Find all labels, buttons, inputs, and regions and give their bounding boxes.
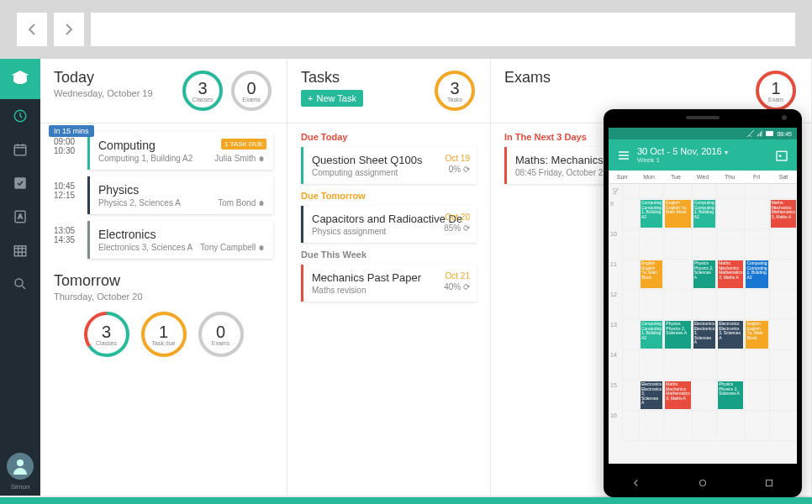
phone-class-block[interactable]: Maths: Mechanics Mathematics 3, Maths A xyxy=(665,381,690,409)
phone-class-block[interactable]: Computing Computing 1, Building A2 xyxy=(693,200,715,228)
android-home-icon[interactable] xyxy=(697,477,709,489)
new-task-button[interactable]: +New Task xyxy=(301,90,363,107)
phone-device: 08:45 30 Oct - 5 Nov, 2016 ▾ Week 1 SunM… xyxy=(604,109,802,497)
class-times: 09:0010:30 xyxy=(54,132,87,170)
tasks-title: Tasks xyxy=(301,69,424,87)
phone-class-block[interactable]: Computing Computing 1, Building A2 xyxy=(641,321,662,349)
phone-class-block[interactable]: English English 7a, Main Block xyxy=(665,200,690,228)
phone-day-header[interactable]: Tue xyxy=(662,171,689,183)
class-name: Electronics xyxy=(98,228,265,241)
class-location: Physics 2, Sciences A xyxy=(98,198,181,207)
sidebar-calendar-icon[interactable] xyxy=(0,133,40,166)
svg-rect-24 xyxy=(779,155,782,157)
footer-bar xyxy=(0,497,812,504)
nav-forward-button[interactable] xyxy=(54,13,84,46)
filter-icon[interactable] xyxy=(611,187,620,196)
sidebar-exams-icon[interactable]: A xyxy=(0,200,40,234)
svg-rect-23 xyxy=(777,151,787,160)
phone-class-block[interactable]: Computing Computing 1, Building A2 xyxy=(641,200,662,228)
class-name: Physics xyxy=(98,183,265,197)
hamburger-icon[interactable] xyxy=(617,149,630,162)
phone-class-block[interactable]: Computing Computing 1, Building A2 xyxy=(746,260,767,288)
tasks-column: Tasks +New Task 3Tasks Due Today Oct 190… xyxy=(287,59,491,496)
stat-ring: 1Exam xyxy=(754,69,798,113)
phone-day-header[interactable]: Sun xyxy=(609,171,635,183)
today-date: Wednesday, October 19 xyxy=(54,88,172,98)
svg-point-7 xyxy=(17,459,24,466)
today-title: Today xyxy=(54,69,172,87)
phone-hour-label: 10 xyxy=(609,229,622,260)
phone-clock: 08:45 xyxy=(777,131,792,137)
tomorrow-date: Thursday, October 20 xyxy=(54,291,273,302)
svg-rect-5 xyxy=(14,246,26,256)
sidebar-tasks-icon[interactable] xyxy=(0,166,40,200)
today-column: Today Wednesday, October 19 3Classes 0Ex… xyxy=(40,59,287,496)
phone-day-header[interactable]: Wed xyxy=(689,171,716,183)
phone-class-block[interactable]: Electronics Electronics 3, Sciences A xyxy=(641,381,662,409)
class-row[interactable]: 09:0010:30 1 TASK DUE Computing Computin… xyxy=(54,132,273,170)
phone-hour-label: 11 xyxy=(609,260,622,290)
sidebar: A Simon xyxy=(0,59,40,496)
task-due-badge: 1 TASK DUE xyxy=(221,139,266,150)
sidebar-schedule-icon[interactable] xyxy=(0,234,40,267)
phone-day-header[interactable]: Mon xyxy=(635,171,662,183)
svg-line-25 xyxy=(612,188,619,195)
phone-week-range[interactable]: 30 Oct - 5 Nov, 2016 xyxy=(637,146,722,156)
stat-ring: 0Exams xyxy=(229,69,273,113)
browser-chrome xyxy=(0,0,812,59)
user-avatar[interactable] xyxy=(7,453,34,480)
svg-point-26 xyxy=(699,480,705,486)
phone-hour-label: 12 xyxy=(609,290,622,320)
class-times: 13:0514:35 xyxy=(54,221,87,259)
phone-class-block[interactable]: Maths: Mechanics Mathematics 3, Maths A xyxy=(771,200,796,228)
svg-text:A: A xyxy=(18,213,22,220)
class-teacher: Julia Smith xyxy=(214,154,265,163)
phone-day-header[interactable]: Fri xyxy=(743,171,770,183)
svg-point-6 xyxy=(15,279,23,286)
phone-class-block[interactable]: Physics Physics 2, Sciences A xyxy=(718,381,743,409)
class-row[interactable]: 10:4512:15 Physics Physics 2, Sciences A… xyxy=(54,176,273,214)
class-row[interactable]: 13:0514:35 Electronics Electronics 3, Sc… xyxy=(54,221,273,259)
sidebar-search-icon[interactable] xyxy=(0,267,40,301)
time-until-badge: In 15 mins xyxy=(49,125,94,137)
phone-class-block[interactable]: Maths: Mechanics Mathematics 3, Maths A xyxy=(718,260,743,288)
svg-rect-22 xyxy=(766,132,772,136)
class-times: 10:4512:15 xyxy=(54,176,87,214)
phone-class-block[interactable]: Physics Physics 2, Sciences A xyxy=(693,260,715,288)
phone-class-block[interactable]: English English 7a, Main Block xyxy=(641,260,662,288)
phone-class-block[interactable]: English English 7a, Main Block xyxy=(746,321,767,349)
task-due-date: Oct 21 xyxy=(444,271,470,281)
phone-hour-label: 16 xyxy=(609,411,622,441)
phone-class-block[interactable]: Physics Physics 2, Sciences A xyxy=(665,321,690,349)
task-group-label: Due Tomorrow xyxy=(301,191,477,201)
phone-status-bar: 08:45 xyxy=(609,128,797,139)
phone-hour-label: 15 xyxy=(609,381,622,411)
username-label: Simon xyxy=(11,483,30,491)
phone-class-block[interactable]: Electronics Electronics 3, Sciences A xyxy=(693,321,715,349)
exams-title: Exams xyxy=(504,69,746,87)
task-card[interactable]: Oct 2085% ⟳ Capacitors and Radioactive D… xyxy=(301,206,477,243)
calendar-today-icon[interactable] xyxy=(775,149,788,162)
phone-day-header[interactable]: Sat xyxy=(770,171,797,183)
task-due-date: Oct 20 xyxy=(444,213,470,222)
phone-class-block[interactable]: Electronics Electronics 3, Sciences A xyxy=(718,321,743,349)
url-bar[interactable] xyxy=(91,13,795,46)
android-back-icon[interactable] xyxy=(630,477,642,489)
task-card[interactable]: Oct 2140% ⟳ Mechanics Past Paper Maths r… xyxy=(301,265,477,302)
task-due-date: Oct 19 xyxy=(446,154,470,163)
app-logo[interactable] xyxy=(0,59,40,99)
task-progress: 40% ⟳ xyxy=(444,282,470,291)
task-progress: 85% ⟳ xyxy=(444,223,470,233)
nav-back-button[interactable] xyxy=(17,13,47,46)
stat-ring: 1Task due xyxy=(140,310,188,359)
sidebar-dashboard-icon[interactable] xyxy=(0,99,40,133)
task-card[interactable]: Oct 190% ⟳ Question Sheet Q100s Computin… xyxy=(301,147,477,184)
task-progress: 0% ⟳ xyxy=(446,165,470,174)
phone-header: 30 Oct - 5 Nov, 2016 ▾ Week 1 xyxy=(609,139,797,171)
phone-day-header[interactable]: Thu xyxy=(716,171,743,183)
phone-hour-label: 9 xyxy=(609,199,622,229)
stat-ring: 3Tasks xyxy=(433,69,477,113)
android-recent-icon[interactable] xyxy=(763,477,775,489)
svg-rect-2 xyxy=(14,177,26,189)
svg-rect-1 xyxy=(14,145,26,155)
